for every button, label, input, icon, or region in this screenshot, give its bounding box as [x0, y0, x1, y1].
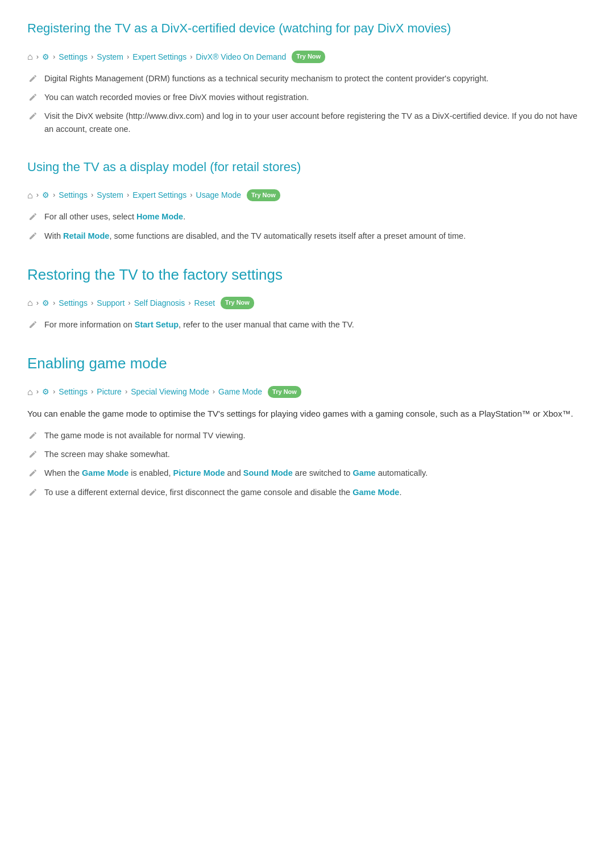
- breadcrumb: ⌂›⚙›Settings›System›Expert Settings›DivX…: [27, 49, 587, 64]
- breadcrumb-separator: ›: [128, 297, 130, 309]
- breadcrumb-separator: ›: [91, 189, 93, 201]
- breadcrumb-separator: ›: [127, 51, 129, 63]
- highlight-link: Retail Mode: [63, 231, 109, 240]
- pencil-icon: [27, 487, 39, 498]
- breadcrumb-item[interactable]: Support: [97, 297, 125, 309]
- bullet-item: To use a different external device, firs…: [27, 486, 587, 499]
- highlight-link: Game: [82, 468, 105, 477]
- settings-icon-breadcrumb: ⚙: [42, 189, 49, 201]
- settings-icon-breadcrumb: ⚙: [42, 297, 49, 309]
- highlight-link: Game Mode: [82, 468, 128, 477]
- breadcrumb-item[interactable]: System: [97, 189, 123, 201]
- breadcrumb-item[interactable]: Expert Settings: [132, 51, 186, 63]
- try-now-badge[interactable]: Try Now: [268, 386, 301, 398]
- bullet-list: For all other uses, select Home Mode. Wi…: [27, 210, 587, 242]
- highlight-link: Game: [352, 468, 375, 477]
- breadcrumb-separator: ›: [125, 386, 127, 398]
- breadcrumb-separator: ›: [127, 189, 129, 201]
- bullet-text: When the Game Mode is enabled, Picture M…: [44, 467, 428, 480]
- bullet-text: With Retail Mode, some functions are dis…: [44, 230, 466, 243]
- highlight-link: Home Mode: [136, 212, 183, 221]
- breadcrumb-item[interactable]: Game Mode: [218, 385, 262, 398]
- breadcrumb-item[interactable]: Self Diagnosis: [134, 297, 185, 309]
- bullet-text: To use a different external device, firs…: [44, 486, 401, 499]
- breadcrumb-separator: ›: [91, 297, 93, 309]
- breadcrumb-separator: ›: [53, 297, 55, 309]
- breadcrumb-item[interactable]: Settings: [59, 297, 88, 309]
- section-title: Using the TV as a display model (for ret…: [27, 157, 587, 179]
- breadcrumb-separator: ›: [53, 189, 55, 201]
- breadcrumb-item[interactable]: Settings: [59, 189, 88, 201]
- bullet-text: Visit the DivX website (http://www.divx.…: [44, 110, 587, 136]
- breadcrumb-separator: ›: [36, 189, 39, 201]
- breadcrumb-separator: ›: [36, 386, 39, 398]
- bullet-item: The screen may shake somewhat.: [27, 448, 587, 461]
- pencil-icon: [27, 73, 39, 84]
- bullet-text: For more information on Start Setup, ref…: [44, 318, 354, 331]
- home-icon: ⌂: [27, 385, 33, 400]
- bullet-text: Digital Rights Management (DRM) function…: [44, 72, 488, 85]
- home-icon: ⌂: [27, 296, 33, 310]
- section-game-section: Enabling game mode⌂›⚙›Settings›Picture›S…: [27, 352, 587, 499]
- section-factory-section: Restoring the TV to the factory settings…: [27, 263, 587, 331]
- pencil-icon: [27, 448, 39, 460]
- bullet-item: For all other uses, select Home Mode.: [27, 210, 587, 223]
- breadcrumb-item[interactable]: DivX® Video On Demand: [196, 51, 287, 63]
- bullet-text: The game mode is not available for norma…: [44, 429, 246, 442]
- breadcrumb-item[interactable]: Settings: [59, 385, 88, 398]
- pencil-icon: [27, 467, 39, 479]
- section-title: Registering the TV as a DivX-certified d…: [27, 18, 587, 40]
- breadcrumb-item[interactable]: Picture: [97, 385, 122, 398]
- intro-text: You can enable the game mode to optimise…: [27, 407, 587, 421]
- pencil-icon: [27, 211, 39, 222]
- bullet-text: The screen may shake somewhat.: [44, 448, 170, 461]
- breadcrumb-separator: ›: [91, 51, 93, 63]
- pencil-icon: [27, 430, 39, 441]
- bullet-list: The game mode is not available for norma…: [27, 429, 587, 499]
- highlight-link: Sound Mode: [243, 468, 293, 477]
- bullet-list: Digital Rights Management (DRM) function…: [27, 72, 587, 136]
- breadcrumb: ⌂›⚙›Settings›System›Expert Settings›Usag…: [27, 188, 587, 203]
- breadcrumb-separator: ›: [213, 386, 215, 398]
- breadcrumb-separator: ›: [188, 297, 190, 309]
- try-now-badge[interactable]: Try Now: [247, 189, 280, 202]
- highlight-link: Start Setup: [135, 320, 179, 329]
- breadcrumb: ⌂›⚙›Settings›Support›Self Diagnosis›Rese…: [27, 296, 587, 310]
- section-title: Restoring the TV to the factory settings: [27, 263, 587, 287]
- home-icon: ⌂: [27, 49, 33, 64]
- breadcrumb-item[interactable]: Special Viewing Mode: [131, 385, 209, 398]
- bullet-item: When the Game Mode is enabled, Picture M…: [27, 467, 587, 480]
- settings-icon-breadcrumb: ⚙: [42, 51, 49, 63]
- try-now-badge[interactable]: Try Now: [221, 297, 254, 309]
- breadcrumb-item[interactable]: Usage Mode: [196, 189, 241, 201]
- breadcrumb-item[interactable]: System: [97, 51, 123, 63]
- highlight-link: Picture Mode: [173, 468, 225, 477]
- bullet-text: For all other uses, select Home Mode.: [44, 210, 185, 223]
- try-now-badge[interactable]: Try Now: [292, 51, 325, 63]
- pencil-icon: [27, 230, 39, 242]
- bullet-text: You can watch recorded movies or free Di…: [44, 91, 309, 104]
- settings-icon-breadcrumb: ⚙: [42, 385, 49, 398]
- breadcrumb-item[interactable]: Settings: [59, 51, 88, 63]
- pencil-icon: [27, 319, 39, 330]
- section-divx-section: Registering the TV as a DivX-certified d…: [27, 18, 587, 136]
- pencil-icon: [27, 110, 39, 122]
- breadcrumb-item[interactable]: Expert Settings: [132, 189, 186, 201]
- home-icon: ⌂: [27, 188, 33, 203]
- breadcrumb-separator: ›: [91, 386, 93, 398]
- breadcrumb-separator: ›: [53, 51, 55, 63]
- breadcrumb-separator: ›: [36, 297, 39, 309]
- bullet-item: The game mode is not available for norma…: [27, 429, 587, 442]
- bullet-item: Visit the DivX website (http://www.divx.…: [27, 110, 587, 136]
- bullet-item: For more information on Start Setup, ref…: [27, 318, 587, 331]
- highlight-link: Game Mode: [352, 488, 399, 497]
- section-title: Enabling game mode: [27, 352, 587, 376]
- breadcrumb-item[interactable]: Reset: [194, 297, 215, 309]
- bullet-item: Digital Rights Management (DRM) function…: [27, 72, 587, 85]
- bullet-item: With Retail Mode, some functions are dis…: [27, 230, 587, 243]
- bullet-item: You can watch recorded movies or free Di…: [27, 91, 587, 104]
- pencil-icon: [27, 92, 39, 103]
- breadcrumb: ⌂›⚙›Settings›Picture›Special Viewing Mod…: [27, 385, 587, 400]
- breadcrumb-separator: ›: [53, 386, 55, 398]
- bullet-list: For more information on Start Setup, ref…: [27, 318, 587, 331]
